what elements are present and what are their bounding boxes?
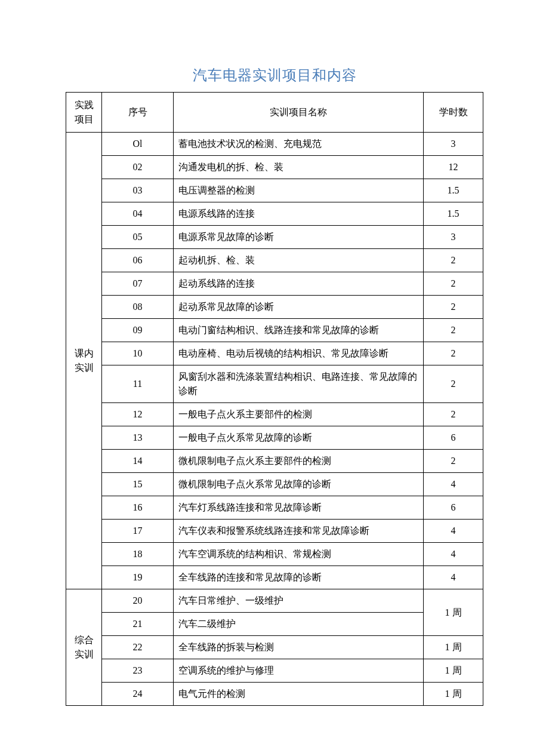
table-row: 10电动座椅、电动后视镜的结构相识、常见故障诊断2 [66, 342, 483, 365]
row-hours: 4 [424, 566, 483, 589]
doc-title: 汽车电器实训项目和内容 [66, 66, 483, 85]
row-index: 14 [102, 450, 174, 473]
row-name: 风窗刮水器和洗涤装置结构相识、电路连接、常见故障的诊断 [174, 365, 424, 403]
row-hours: 1 周 [424, 659, 483, 683]
table-row: 19全车线路的连接和常见故障的诊断4 [66, 566, 483, 589]
row-name: 电气元件的检测 [174, 683, 424, 706]
row-index: 04 [102, 202, 174, 226]
row-name: 汽车空调系统的结构相识、常规检测 [174, 543, 424, 566]
row-name: 汽车灯系线路连接和常见故障诊断 [174, 496, 424, 520]
table-row: 04电源系线路的连接1.5 [66, 202, 483, 226]
row-name: 电压调整器的检测 [174, 179, 424, 202]
row-name: 起动系常见故障的诊断 [174, 296, 424, 319]
row-hours: 2 [424, 272, 483, 296]
row-index: 06 [102, 249, 174, 272]
table-row: 03电压调整器的检测1.5 [66, 179, 483, 202]
table-row: 08起动系常见故障的诊断2 [66, 296, 483, 319]
row-index: 24 [102, 683, 174, 706]
row-index: 10 [102, 342, 174, 365]
row-name: 一般电子点火系主要部件的检测 [174, 403, 424, 426]
row-index: 07 [102, 272, 174, 296]
row-hours: 3 [424, 226, 483, 249]
row-hours: 2 [424, 249, 483, 272]
category-cell: 综合实训 [66, 589, 102, 706]
row-index: 20 [102, 589, 174, 613]
row-name: 汽车仪表和报警系统线路连接和常见故障诊断 [174, 520, 424, 543]
table-row: 课内实训 Ol 蓄电池技术状况的检测、充电规范 3 [66, 133, 483, 156]
row-index: 22 [102, 636, 174, 659]
row-name: 电动门窗结构相识、线路连接和常见故障的诊断 [174, 319, 424, 342]
row-hours: 2 [424, 450, 483, 473]
table-row: 21 汽车二级维护 [66, 613, 483, 636]
table-row: 23 空调系统的维护与修理 1 周 [66, 659, 483, 683]
row-hours: 2 [424, 296, 483, 319]
row-index: 19 [102, 566, 174, 589]
table-row: 16汽车灯系线路连接和常见故障诊断6 [66, 496, 483, 520]
row-name: 起动机拆、检、装 [174, 249, 424, 272]
row-name: 全车线路的连接和常见故障的诊断 [174, 566, 424, 589]
row-name: 电动座椅、电动后视镜的结构相识、常见故障诊断 [174, 342, 424, 365]
header-hours: 学时数 [424, 93, 483, 133]
row-index: 23 [102, 659, 174, 683]
training-table: 实践项目 序号 实训项目名称 学时数 课内实训 Ol 蓄电池技术状况的检测、充电… [66, 92, 483, 706]
table-row: 14微机限制电子点火系主要部件的检测2 [66, 450, 483, 473]
row-name: 电源系线路的连接 [174, 202, 424, 226]
row-hours: 1.5 [424, 202, 483, 226]
table-body: 课内实训 Ol 蓄电池技术状况的检测、充电规范 3 02沟通发电机的拆、检、装1… [66, 133, 483, 706]
row-index: 05 [102, 226, 174, 249]
row-index: 16 [102, 496, 174, 520]
row-index: 13 [102, 426, 174, 450]
row-hours: 1 周 [424, 636, 483, 659]
row-index: 21 [102, 613, 174, 636]
row-index: 11 [102, 365, 174, 403]
row-hours: 1.5 [424, 179, 483, 202]
row-hours: 4 [424, 473, 483, 496]
table-row: 05电源系常见故障的诊断3 [66, 226, 483, 249]
table-row: 17汽车仪表和报警系统线路连接和常见故障诊断4 [66, 520, 483, 543]
table-row: 24 电气元件的检测 1 周 [66, 683, 483, 706]
table-row: 22 全车线路的拆装与检测 1 周 [66, 636, 483, 659]
row-hours: 2 [424, 365, 483, 403]
row-name: 汽车日常维护、一级维护 [174, 589, 424, 613]
row-index: 12 [102, 403, 174, 426]
row-index: 18 [102, 543, 174, 566]
table-row: 综合实训 20 汽车日常维护、一级维护 1 周 [66, 589, 483, 613]
table-row: 06起动机拆、检、装2 [66, 249, 483, 272]
row-name: 汽车二级维护 [174, 613, 424, 636]
row-name: 电源系常见故障的诊断 [174, 226, 424, 249]
header-index: 序号 [102, 93, 174, 133]
table-row: 12一般电子点火系主要部件的检测2 [66, 403, 483, 426]
row-name: 空调系统的维护与修理 [174, 659, 424, 683]
header-name: 实训项目名称 [174, 93, 424, 133]
row-index: 02 [102, 156, 174, 179]
row-index: 08 [102, 296, 174, 319]
row-hours: 2 [424, 403, 483, 426]
row-index: 15 [102, 473, 174, 496]
row-index: 09 [102, 319, 174, 342]
row-hours: 6 [424, 426, 483, 450]
category-cell: 课内实训 [66, 133, 102, 589]
table-row: 09电动门窗结构相识、线路连接和常见故障的诊断2 [66, 319, 483, 342]
row-index: 17 [102, 520, 174, 543]
table-row: 11风窗刮水器和洗涤装置结构相识、电路连接、常见故障的诊断2 [66, 365, 483, 403]
row-hours: 2 [424, 319, 483, 342]
row-hours: 12 [424, 156, 483, 179]
table-header-row: 实践项目 序号 实训项目名称 学时数 [66, 93, 483, 133]
table-row: 13一般电子点火系常见故障的诊断6 [66, 426, 483, 450]
row-index: 03 [102, 179, 174, 202]
row-name: 微机限制电子点火系主要部件的检测 [174, 450, 424, 473]
table-row: 15微机限制电子点火系常见故障的诊断4 [66, 473, 483, 496]
row-name: 全车线路的拆装与检测 [174, 636, 424, 659]
table-row: 07起动系线路的连接2 [66, 272, 483, 296]
row-name: 蓄电池技术状况的检测、充电规范 [174, 133, 424, 156]
table-row: 02沟通发电机的拆、检、装12 [66, 156, 483, 179]
row-hours: 3 [424, 133, 483, 156]
header-category: 实践项目 [66, 93, 102, 133]
row-hours: 1 周 [424, 589, 483, 636]
row-hours: 4 [424, 520, 483, 543]
table-row: 18汽车空调系统的结构相识、常规检测4 [66, 543, 483, 566]
row-hours: 1 周 [424, 683, 483, 706]
row-name: 一般电子点火系常见故障的诊断 [174, 426, 424, 450]
row-name: 沟通发电机的拆、检、装 [174, 156, 424, 179]
row-hours: 6 [424, 496, 483, 520]
